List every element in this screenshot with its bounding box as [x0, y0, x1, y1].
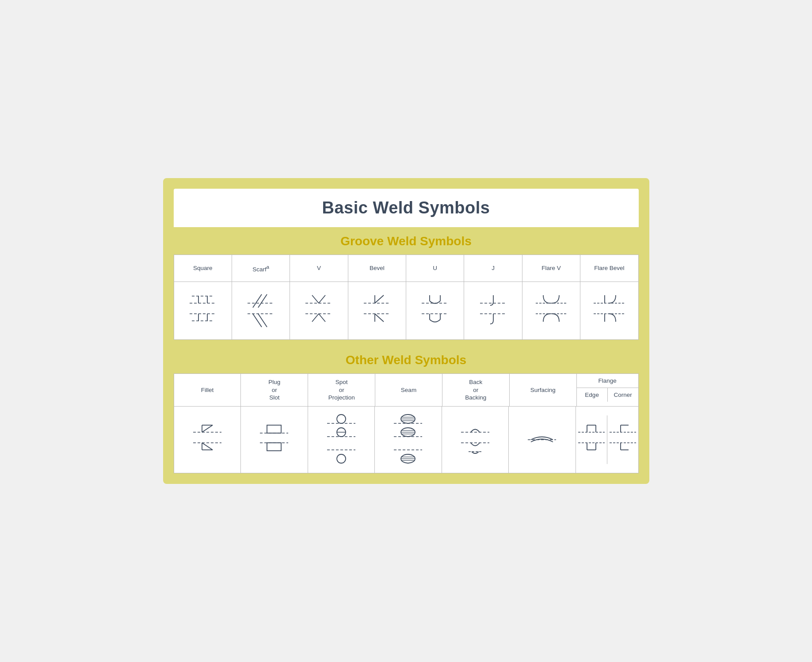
other-col-surfacing: Surfacing: [510, 374, 577, 406]
flange-sub-headers: Edge Corner: [577, 388, 638, 402]
main-title: Basic Weld Symbols: [178, 198, 634, 217]
svg-line-22: [375, 295, 384, 303]
other-weld-table: Fillet PlugorSlot SpotorProjection Seam …: [174, 373, 639, 473]
groove-symbol-j: [464, 282, 522, 339]
flange-symbol-row: [576, 415, 638, 464]
svg-line-16: [319, 295, 325, 303]
svg-line-48: [202, 443, 213, 450]
other-symbol-spot: [308, 407, 375, 473]
other-symbol-fillet: [174, 407, 241, 473]
main-title-box: Basic Weld Symbols: [174, 189, 639, 227]
svg-line-9: [253, 294, 262, 308]
groove-symbol-bevel: [348, 282, 406, 339]
other-symbol-seam: [375, 407, 442, 473]
groove-symbol-u: [406, 282, 464, 339]
groove-symbol-square: [174, 282, 232, 339]
groove-col-flarebevel: Flare Bevel: [580, 255, 638, 282]
groove-symbol-scarf: [232, 282, 290, 339]
other-col-spot: SpotorProjection: [308, 374, 375, 406]
flange-symbol-corner: [607, 415, 638, 464]
groove-label-j: J: [492, 264, 495, 272]
other-col-flange: Flange Edge Corner: [577, 374, 638, 406]
other-col-seam: Seam: [375, 374, 442, 406]
outer-container: Basic Weld Symbols Groove Weld Symbols S…: [163, 178, 649, 484]
groove-col-u: U: [406, 255, 464, 282]
section-gap: [174, 340, 639, 346]
groove-col-flarev: Flare V: [522, 255, 580, 282]
other-symbol-surfacing: [509, 407, 576, 473]
groove-section-header: Groove Weld Symbols: [174, 227, 639, 255]
flange-header-label: Flange: [577, 374, 638, 388]
flange-symbol-edge: [576, 415, 607, 464]
groove-header-row: Square Scarfa V Bevel U J Flare V Flare …: [174, 255, 638, 282]
groove-label-flarev: Flare V: [541, 264, 561, 272]
other-col-plug: PlugorSlot: [241, 374, 308, 406]
groove-col-v: V: [290, 255, 348, 282]
groove-label-flarebevel: Flare Bevel: [594, 264, 624, 272]
groove-weld-table: Square Scarfa V Bevel U J Flare V Flare …: [174, 255, 639, 340]
other-label-spot: SpotorProjection: [328, 378, 355, 402]
groove-symbol-flarev: [522, 282, 580, 339]
other-col-back: BackorBacking: [442, 374, 510, 406]
other-label-back: BackorBacking: [465, 378, 486, 402]
other-symbols-row: [174, 407, 638, 473]
other-col-fillet: Fillet: [174, 374, 241, 406]
groove-label-u: U: [433, 264, 437, 272]
svg-point-55: [337, 415, 346, 423]
svg-point-60: [337, 454, 346, 463]
other-label-surfacing: Surfacing: [530, 386, 556, 394]
svg-line-13: [258, 314, 267, 327]
groove-col-j: J: [464, 255, 522, 282]
other-symbol-plug: [241, 407, 308, 473]
groove-col-bevel: Bevel: [348, 255, 406, 282]
other-label-plug: PlugorSlot: [268, 378, 280, 402]
groove-label-bevel: Bevel: [370, 264, 385, 272]
groove-label-square: Square: [193, 264, 213, 272]
groove-symbols-row: [174, 282, 638, 339]
groove-label-v: V: [317, 264, 321, 272]
svg-line-19: [319, 314, 325, 322]
svg-line-25: [375, 314, 384, 322]
other-header-row: Fillet PlugorSlot SpotorProjection Seam …: [174, 374, 638, 407]
other-label-seam: Seam: [401, 386, 416, 394]
svg-line-44: [202, 425, 213, 432]
groove-label-scarf: Scarfa: [252, 264, 269, 273]
svg-rect-51: [267, 425, 281, 433]
groove-symbol-flarebevel: [580, 282, 638, 339]
svg-line-10: [258, 294, 267, 308]
flange-sub-edge: Edge: [577, 388, 608, 402]
groove-col-scarf: Scarfa: [232, 255, 290, 282]
svg-line-15: [312, 295, 319, 303]
other-symbol-flange: [576, 407, 638, 473]
groove-col-square: Square: [174, 255, 232, 282]
other-label-fillet: Fillet: [201, 386, 214, 394]
svg-line-12: [253, 314, 262, 327]
other-symbol-back: [442, 407, 509, 473]
flange-sub-corner: Corner: [608, 388, 638, 402]
groove-symbol-v: [290, 282, 348, 339]
other-section-header: Other Weld Symbols: [174, 346, 639, 373]
svg-line-18: [312, 314, 319, 322]
svg-rect-53: [267, 443, 281, 451]
